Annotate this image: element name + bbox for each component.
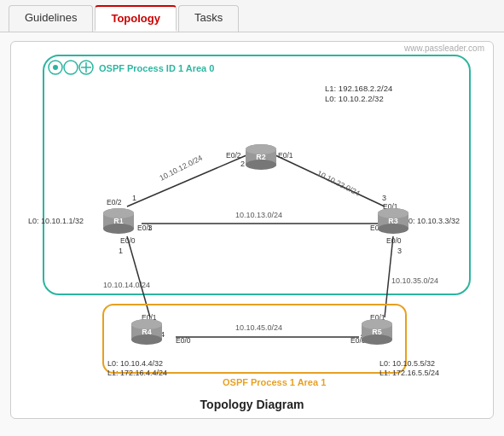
topology-svg: OSPF Process ID 1 Area 0 L1: 192.168.2.2… xyxy=(18,49,491,390)
svg-point-2 xyxy=(64,61,78,74)
svg-text:E0/0: E0/0 xyxy=(176,336,191,345)
topology-svg-container: OSPF Process ID 1 Area 0 L1: 192.168.2.2… xyxy=(18,49,486,392)
link-r1-r3-label: 10.10.13.0/24 xyxy=(235,211,282,219)
r5-l1-label: L1: 172.16.5.5/24 xyxy=(379,369,439,377)
svg-text:2: 2 xyxy=(240,160,245,168)
link-r1-r4-label: 10.10.14.0/24 xyxy=(103,281,150,289)
topology-diagram-title: Topology Diagram xyxy=(18,398,486,411)
r5-l0-label: L0: 10.10.5.5/32 xyxy=(379,359,435,368)
r4-l1-label: L1: 172.16.4.4/24 xyxy=(107,369,167,377)
link-r4-r5-label: 10.10.45.0/24 xyxy=(235,323,282,332)
svg-text:R1: R1 xyxy=(113,217,124,225)
link-r1-r2-label: 10.10.12.0/24 xyxy=(158,154,204,183)
router-r4: R4 xyxy=(131,319,162,345)
tab-guidelines[interactable]: Guidelines xyxy=(9,5,93,32)
r3-l0-label: L0: 10.10.3.3/32 xyxy=(404,217,460,225)
router-r2: R2 xyxy=(246,144,276,170)
svg-text:1: 1 xyxy=(132,194,136,202)
svg-text:R2: R2 xyxy=(256,153,266,161)
router-r1: R1 xyxy=(103,208,134,234)
svg-text:E0/2: E0/2 xyxy=(226,151,241,160)
router-r3: R3 xyxy=(378,208,408,234)
svg-point-1 xyxy=(53,65,58,70)
tab-topology[interactable]: Topology xyxy=(95,5,177,32)
area0-border xyxy=(43,55,470,294)
svg-text:1: 1 xyxy=(148,224,152,232)
svg-point-3 xyxy=(68,65,73,70)
svg-text:E0/1: E0/1 xyxy=(278,151,293,160)
router-r5: R5 xyxy=(362,319,392,345)
svg-text:R5: R5 xyxy=(372,328,382,336)
svg-text:1: 1 xyxy=(119,247,123,255)
area1-label: OSPF Process 1 Area 1 xyxy=(223,377,326,387)
r2-l1-label: L1: 192.168.2.2/24 xyxy=(325,84,392,93)
svg-text:R3: R3 xyxy=(388,217,398,225)
r1-e02-label: E0/2 xyxy=(107,198,122,206)
main-content: www.passleader.com OSPF Process ID 1 Are… xyxy=(0,32,504,436)
r4-l0-label: L0: 10.10.4.4/32 xyxy=(107,359,163,368)
r1-l0-label: L0: 10.10.1.1/32 xyxy=(28,217,84,225)
svg-text:E0/0: E0/0 xyxy=(386,236,402,245)
link-r3-r5-label: 10.10.35.0/24 xyxy=(391,276,438,285)
svg-text:R4: R4 xyxy=(142,328,152,336)
diagram-wrapper: www.passleader.com OSPF Process ID 1 Are… xyxy=(10,41,494,419)
tab-tasks[interactable]: Tasks xyxy=(178,5,239,32)
app-container: Guidelines Topology Tasks www.passleader… xyxy=(0,0,504,436)
link-r2-r3-label: 10.10.23.0/24 xyxy=(316,169,362,198)
svg-text:3: 3 xyxy=(397,247,402,255)
tabs-bar: Guidelines Topology Tasks xyxy=(0,0,504,32)
r2-l0-label: L0: 10.10.2.2/32 xyxy=(325,94,384,103)
svg-text:E0/0: E0/0 xyxy=(120,236,136,245)
svg-text:3: 3 xyxy=(382,194,386,202)
area0-label: OSPF Process ID 1 Area 0 xyxy=(99,63,214,73)
